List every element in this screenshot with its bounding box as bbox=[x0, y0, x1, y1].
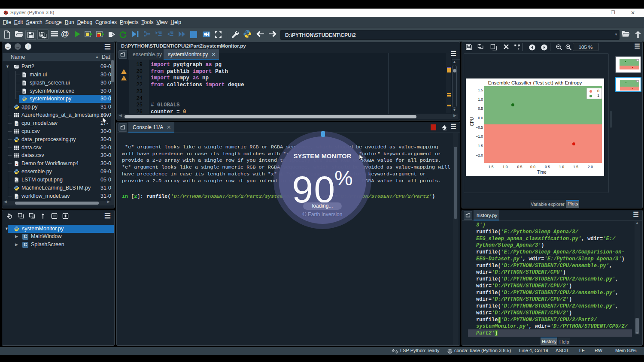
svg-text::: : bbox=[24, 89, 24, 91]
svg-text:1?: 1? bbox=[15, 196, 18, 198]
svg-text:1?: 1? bbox=[15, 123, 18, 125]
